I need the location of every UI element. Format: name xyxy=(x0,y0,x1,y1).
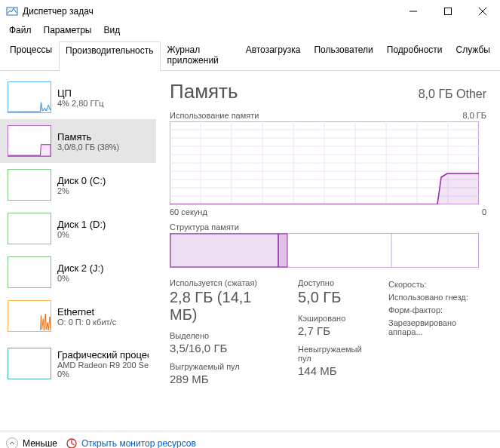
menu-options[interactable]: Параметры xyxy=(38,23,98,37)
ethernet-title: Ethernet xyxy=(57,306,116,318)
avail-value: 5,0 ГБ xyxy=(298,289,373,306)
resource-monitor-icon xyxy=(66,438,77,448)
detail-title: Память xyxy=(170,80,238,103)
nonpaged-value: 144 МБ xyxy=(298,364,373,377)
form-label: Форм-фактор: xyxy=(388,305,443,315)
bottom-bar: Меньше Открыть монитор ресурсов xyxy=(0,431,500,448)
close-button[interactable] xyxy=(465,0,500,23)
app-icon xyxy=(6,5,18,17)
maximize-button[interactable] xyxy=(431,0,465,23)
chevron-up-icon xyxy=(6,437,18,448)
sidebar-item-disk0[interactable]: Диск 0 (C:) 2% xyxy=(0,163,156,207)
svg-line-30 xyxy=(72,443,75,445)
speed-label: Скорость: xyxy=(388,280,427,289)
gpu-sub2: 0% xyxy=(57,370,149,379)
slots-label: Использовано гнезд: xyxy=(388,293,468,302)
tab-app-history[interactable]: Журнал приложений xyxy=(161,41,239,70)
committed-label: Выделено xyxy=(170,331,283,340)
cpu-title: ЦП xyxy=(57,87,104,99)
minimize-button[interactable] xyxy=(396,0,431,23)
disk1-title: Диск 1 (D:) xyxy=(57,219,106,230)
sidebar-item-cpu[interactable]: ЦП 4% 2,80 ГГц xyxy=(0,75,156,119)
paged-label: Выгружаемый пул xyxy=(170,362,283,371)
gpu-sub: AMD Radeon R9 200 Series xyxy=(57,361,149,370)
memory-usage-chart[interactable] xyxy=(170,121,486,204)
svg-rect-26 xyxy=(278,234,287,267)
disk1-sub: 0% xyxy=(57,230,106,239)
tab-processes[interactable]: Процессы xyxy=(3,41,59,70)
detail-pane: Память 8,0 ГБ Other Использование памяти… xyxy=(156,71,500,431)
nonpaged-label: Невыгружаемый пул xyxy=(298,345,373,363)
usage-label: Использование памяти xyxy=(170,111,259,120)
avail-label: Доступно xyxy=(298,278,373,287)
sidebar-item-disk1[interactable]: Диск 1 (D:) 0% xyxy=(0,207,156,250)
memory-sub: 3,0/8,0 ГБ (38%) xyxy=(57,143,119,152)
fewer-label: Меньше xyxy=(23,438,57,448)
disk2-title: Диск 2 (J:) xyxy=(57,262,103,274)
tab-services[interactable]: Службы xyxy=(449,41,497,70)
open-resource-monitor-link[interactable]: Открыть монитор ресурсов xyxy=(66,438,196,448)
sidebar-item-memory[interactable]: Память 3,0/8,0 ГБ (38%) xyxy=(0,119,156,163)
sidebar-item-gpu[interactable]: Графический процессор 0 AMD Radeon R9 20… xyxy=(0,338,156,389)
disk0-sub: 2% xyxy=(57,186,106,195)
fewer-details-button[interactable]: Меньше xyxy=(6,437,57,448)
disk2-sub: 0% xyxy=(57,274,103,283)
in-use-label: Используется (сжатая) xyxy=(170,278,283,287)
cached-label: Кэшировано xyxy=(298,314,373,323)
svg-rect-25 xyxy=(170,234,278,267)
sidebar: ЦП 4% 2,80 ГГц Память 3,0/8,0 ГБ (38%) Д… xyxy=(0,71,156,431)
gpu-title: Графический процессор 0 xyxy=(57,349,149,361)
memory-composition-chart[interactable] xyxy=(170,233,486,268)
rmon-label: Открыть монитор ресурсов xyxy=(81,438,196,448)
committed-value: 3,5/16,0 ГБ xyxy=(170,342,283,354)
tab-startup[interactable]: Автозагрузка xyxy=(239,41,308,70)
axis-left: 60 секунд xyxy=(170,207,207,216)
tabbar: Процессы Производительность Журнал прило… xyxy=(0,38,500,71)
sidebar-item-disk2[interactable]: Диск 2 (J:) 0% xyxy=(0,250,156,294)
usage-max: 8,0 ГБ xyxy=(462,111,486,120)
cached-value: 2,7 ГБ xyxy=(298,324,373,337)
axis-right: 0 xyxy=(482,207,486,216)
memory-title: Память xyxy=(57,131,119,143)
menu-file[interactable]: Файл xyxy=(3,23,38,37)
composition-label: Структура памяти xyxy=(170,222,239,232)
svg-rect-2 xyxy=(445,8,452,15)
ethernet-sub: О: 0 П: 0 кбит/с xyxy=(57,318,116,327)
reserved-label: Зарезервировано аппара... xyxy=(388,318,483,336)
window-title: Диспетчер задач xyxy=(23,6,396,17)
tab-details[interactable]: Подробности xyxy=(380,41,449,70)
detail-capacity: 8,0 ГБ Other xyxy=(419,87,486,101)
sidebar-item-ethernet[interactable]: Ethernet О: 0 П: 0 кбит/с xyxy=(0,294,156,338)
cpu-sub: 4% 2,80 ГГц xyxy=(57,99,104,108)
paged-value: 289 МБ xyxy=(170,373,283,385)
menu-view[interactable]: Вид xyxy=(97,23,126,37)
disk0-title: Диск 0 (C:) xyxy=(57,175,106,186)
tab-performance[interactable]: Производительность xyxy=(59,41,160,71)
menubar: Файл Параметры Вид xyxy=(0,23,500,38)
in-use-value: 2,8 ГБ (14,1 МБ) xyxy=(170,289,283,324)
tab-users[interactable]: Пользователи xyxy=(307,41,379,70)
